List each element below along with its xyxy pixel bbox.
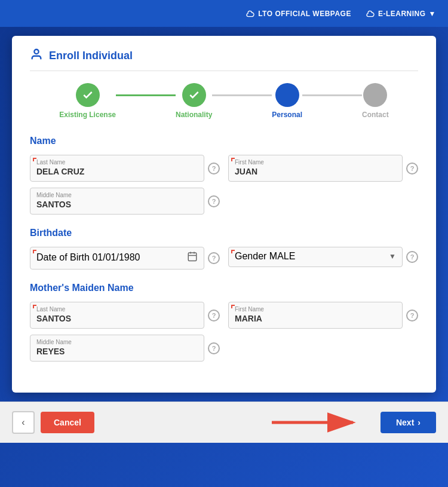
mothers-last-name-value: SANTOS (36, 314, 198, 323)
required-mark-lastname (33, 158, 36, 161)
mothers-middle-name-wrapper: Middle Name REYES ? (30, 335, 220, 362)
step-circle-contact (363, 83, 387, 107)
mothers-last-name-wrapper: Last Name SANTOS ? (30, 302, 220, 329)
step-nationality: Nationality (176, 83, 212, 119)
middle-name-wrapper: Middle Name SANTOS ? (30, 188, 220, 215)
mothers-first-name-field[interactable]: First Name MARIA (228, 302, 403, 329)
dob-wrapper: Date of Birth 01/01/1980 ? (30, 247, 220, 269)
dob-field[interactable]: Date of Birth 01/01/1980 (30, 247, 204, 269)
gender-value: MALE (269, 251, 296, 261)
mothers-section: Mother's Maiden Name Last Name SANTOS ? … (30, 283, 418, 362)
middle-name-label: Middle Name (36, 192, 198, 198)
mothers-last-name-label: Last Name (36, 306, 198, 313)
middle-name-help-icon[interactable]: ? (208, 195, 220, 207)
mothers-middle-name-value: REYES (36, 347, 198, 356)
mothers-row-1: Last Name SANTOS ? First Name MARIA ? (30, 302, 418, 329)
lto-webpage-link[interactable]: LTO OFFICIAL WEBPAGE (246, 9, 351, 19)
required-mark-mothers-lastname (33, 305, 36, 308)
mothers-row-2: Middle Name REYES ? (30, 335, 418, 362)
required-mark-mothers-firstname (231, 305, 235, 308)
next-arrow-icon: › (418, 418, 421, 427)
step-label-nationality: Nationality (176, 111, 212, 119)
first-name-value: JUAN (235, 167, 396, 176)
gender-field[interactable]: Gender MALE ▼ (228, 247, 403, 267)
birthdate-section: Birthdate Date of Birth 01/01/1980 (30, 228, 418, 269)
mothers-middle-name-help-icon[interactable]: ? (208, 342, 220, 354)
svg-rect-1 (188, 253, 197, 261)
first-name-wrapper: First Name JUAN ? (228, 155, 418, 182)
birthdate-row: Date of Birth 01/01/1980 ? (30, 247, 418, 269)
cancel-button[interactable]: Cancel (41, 412, 94, 433)
calendar-icon[interactable] (187, 251, 198, 264)
enroll-card: Enroll Individual Existing License Natio… (12, 36, 436, 393)
name-row-2: Middle Name SANTOS ? (30, 188, 418, 215)
mothers-first-name-help-icon[interactable]: ? (406, 310, 418, 321)
step-label-existing-license: Existing License (59, 111, 116, 119)
required-mark-gender (231, 250, 235, 253)
last-name-wrapper: Last Name DELA CRUZ ? (30, 155, 220, 182)
name-section: Name Last Name DELA CRUZ ? First Name JU… (30, 136, 418, 215)
mothers-middle-name-field[interactable]: Middle Name REYES (30, 335, 204, 362)
elearning-dropdown-icon: ▼ (429, 10, 436, 18)
gender-help-icon[interactable]: ? (406, 251, 418, 263)
back-button[interactable]: ‹ (12, 411, 35, 434)
page-title: Enroll Individual (49, 50, 133, 62)
middle-name-value: SANTOS (36, 200, 198, 209)
person-icon (30, 48, 43, 63)
step-personal: Personal (272, 83, 302, 119)
next-button[interactable]: Next › (381, 412, 436, 433)
mothers-first-name-label: First Name (235, 306, 396, 313)
name-section-title: Name (30, 136, 418, 146)
mothers-middle-name-label: Middle Name (36, 339, 198, 345)
dob-value: 01/01/1980 (92, 252, 140, 262)
step-connector-1 (116, 94, 176, 96)
step-circle-existing-license (76, 83, 100, 107)
mothers-first-name-wrapper: First Name MARIA ? (228, 302, 418, 329)
red-arrow (255, 411, 375, 434)
step-circle-nationality (182, 83, 206, 107)
gender-dropdown-icon: ▼ (389, 252, 396, 261)
mothers-first-name-value: MARIA (235, 314, 396, 323)
step-label-contact: Contact (362, 111, 389, 119)
gender-label: Gender (235, 251, 266, 261)
last-name-field[interactable]: Last Name DELA CRUZ (30, 155, 204, 182)
first-name-field[interactable]: First Name JUAN (228, 155, 403, 182)
gender-wrapper: Gender MALE ▼ ? (228, 247, 418, 267)
mothers-last-name-help-icon[interactable]: ? (208, 310, 220, 321)
dob-help-icon[interactable]: ? (208, 252, 220, 264)
step-label-personal: Personal (272, 111, 302, 119)
step-existing-license: Existing License (59, 83, 116, 119)
required-mark-dob (33, 250, 36, 253)
first-name-label: First Name (235, 159, 396, 166)
card-header: Enroll Individual (30, 48, 418, 71)
mothers-section-title: Mother's Maiden Name (30, 283, 418, 293)
step-circle-personal (275, 83, 299, 107)
elearning-link[interactable]: E-LEARNING ▼ (366, 9, 436, 19)
mothers-last-name-field[interactable]: Last Name SANTOS (30, 302, 204, 329)
left-buttons: ‹ Cancel (12, 411, 94, 434)
step-connector-3 (302, 94, 362, 96)
top-nav: LTO OFFICIAL WEBPAGE E-LEARNING ▼ (0, 0, 448, 27)
step-contact: Contact (362, 83, 389, 119)
stepper: Existing License Nationality Personal Co… (30, 83, 418, 119)
required-mark-firstname (231, 158, 235, 161)
last-name-value: DELA CRUZ (36, 167, 198, 176)
dob-label: Date of Birth (36, 252, 90, 262)
last-name-label: Last Name (36, 159, 198, 166)
birthdate-section-title: Birthdate (30, 228, 418, 238)
arrow-container (94, 411, 375, 434)
name-row-1: Last Name DELA CRUZ ? First Name JUAN ? (30, 155, 418, 182)
last-name-help-icon[interactable]: ? (208, 163, 220, 174)
bottom-bar: ‹ Cancel Next › (0, 402, 448, 443)
first-name-help-icon[interactable]: ? (406, 163, 418, 174)
svg-point-0 (34, 50, 38, 54)
step-connector-2 (212, 94, 272, 96)
middle-name-field[interactable]: Middle Name SANTOS (30, 188, 204, 215)
